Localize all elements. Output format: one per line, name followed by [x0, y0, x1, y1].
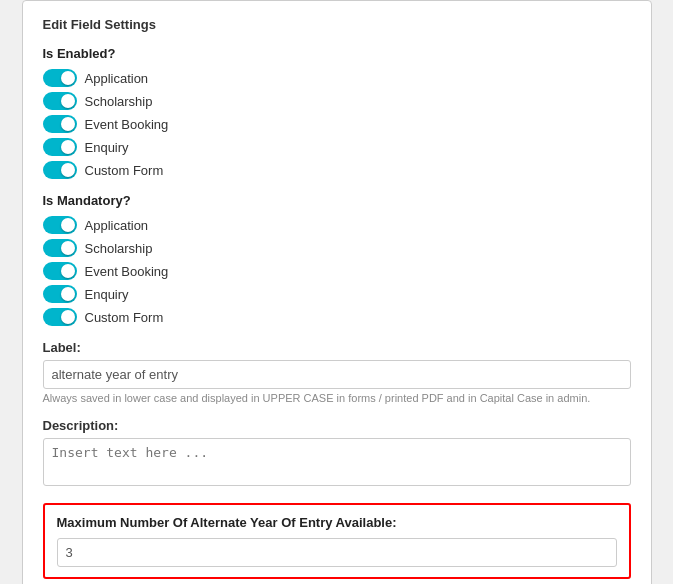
card-title: Edit Field Settings	[43, 17, 631, 32]
is-mandatory-label: Is Mandatory?	[43, 193, 631, 208]
toggle-row-enabled-application: Application	[43, 69, 631, 87]
toggle-label-enabled-event-booking: Event Booking	[85, 117, 169, 132]
toggle-row-enabled-custom-form: Custom Form	[43, 161, 631, 179]
is-enabled-label: Is Enabled?	[43, 46, 631, 61]
label-field-label: Label:	[43, 340, 631, 355]
max-number-input[interactable]	[57, 538, 617, 567]
max-number-label: Maximum Number Of Alternate Year Of Entr…	[57, 515, 617, 530]
toggle-row-mandatory-enquiry: Enquiry	[43, 285, 631, 303]
toggle-enabled-scholarship[interactable]	[43, 92, 77, 110]
toggle-row-mandatory-custom-form: Custom Form	[43, 308, 631, 326]
toggle-row-enabled-enquiry: Enquiry	[43, 138, 631, 156]
toggle-label-mandatory-scholarship: Scholarship	[85, 241, 153, 256]
toggle-mandatory-custom-form[interactable]	[43, 308, 77, 326]
toggle-row-mandatory-scholarship: Scholarship	[43, 239, 631, 257]
description-field-label: Description:	[43, 418, 631, 433]
toggle-label-mandatory-custom-form: Custom Form	[85, 310, 164, 325]
description-input[interactable]	[43, 438, 631, 486]
toggle-label-mandatory-application: Application	[85, 218, 149, 233]
toggle-enabled-application[interactable]	[43, 69, 77, 87]
toggle-enabled-enquiry[interactable]	[43, 138, 77, 156]
toggle-row-mandatory-application: Application	[43, 216, 631, 234]
label-hint: Always saved in lower case and displayed…	[43, 392, 631, 404]
label-section: Label: Always saved in lower case and di…	[43, 340, 631, 404]
toggle-label-enabled-enquiry: Enquiry	[85, 140, 129, 155]
toggle-label-enabled-scholarship: Scholarship	[85, 94, 153, 109]
toggle-mandatory-enquiry[interactable]	[43, 285, 77, 303]
toggle-label-mandatory-enquiry: Enquiry	[85, 287, 129, 302]
max-number-section: Maximum Number Of Alternate Year Of Entr…	[43, 503, 631, 579]
toggle-enabled-event-booking[interactable]	[43, 115, 77, 133]
toggle-row-enabled-event-booking: Event Booking	[43, 115, 631, 133]
label-input[interactable]	[43, 360, 631, 389]
is-mandatory-section: Is Mandatory? Application Scholarship Ev…	[43, 193, 631, 326]
toggle-label-enabled-custom-form: Custom Form	[85, 163, 164, 178]
toggle-row-enabled-scholarship: Scholarship	[43, 92, 631, 110]
toggle-row-mandatory-event-booking: Event Booking	[43, 262, 631, 280]
toggle-mandatory-event-booking[interactable]	[43, 262, 77, 280]
toggle-enabled-custom-form[interactable]	[43, 161, 77, 179]
description-section: Description:	[43, 418, 631, 489]
toggle-mandatory-scholarship[interactable]	[43, 239, 77, 257]
toggle-mandatory-application[interactable]	[43, 216, 77, 234]
toggle-label-enabled-application: Application	[85, 71, 149, 86]
edit-field-settings-card: Edit Field Settings Is Enabled? Applicat…	[22, 0, 652, 584]
is-enabled-section: Is Enabled? Application Scholarship Even…	[43, 46, 631, 179]
toggle-label-mandatory-event-booking: Event Booking	[85, 264, 169, 279]
